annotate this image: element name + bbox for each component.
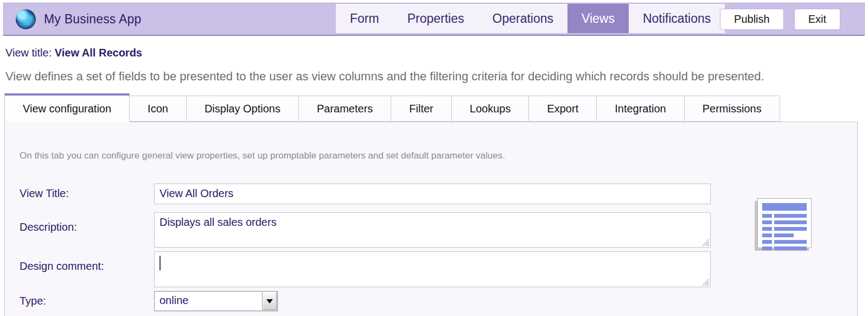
brand: My Business App — [16, 3, 141, 35]
type-field-label: Type: — [20, 295, 46, 307]
tab-filter[interactable]: Filter — [391, 96, 451, 122]
app-window: My Business App Form Properties Operatio… — [0, 0, 868, 316]
nav-item-operations[interactable]: Operations — [478, 4, 568, 33]
view-tabs: View configuration Icon Display Options … — [4, 93, 780, 122]
type-select-value: online — [159, 294, 188, 307]
nav-item-notifications[interactable]: Notifications — [629, 4, 725, 33]
dropdown-arrow-icon[interactable] — [262, 292, 277, 310]
tab-export[interactable]: Export — [528, 96, 597, 122]
header-buttons: Publish Exit — [720, 3, 840, 35]
page-description: View defines a set of fields to be prese… — [5, 69, 764, 84]
type-select[interactable]: online — [154, 291, 278, 311]
nav-item-views[interactable]: Views — [567, 4, 629, 33]
nav-item-form[interactable]: Form — [336, 4, 393, 33]
globe-icon — [16, 9, 36, 29]
description-value: Displays all sales orders — [159, 216, 277, 228]
nav-item-properties[interactable]: Properties — [393, 4, 478, 33]
tab-parameters[interactable]: Parameters — [298, 96, 391, 122]
resize-handle-icon[interactable] — [702, 279, 709, 286]
document-list-icon — [757, 198, 812, 248]
design-comment-field-label: Design comment: — [20, 260, 104, 273]
resize-handle-icon[interactable] — [702, 239, 709, 246]
tab-integration[interactable]: Integration — [596, 96, 685, 122]
view-title-value: View All Records — [55, 47, 142, 59]
text-cursor — [159, 256, 161, 270]
description-textarea[interactable]: Displays all sales orders — [154, 212, 711, 248]
tab-permissions[interactable]: Permissions — [684, 96, 780, 122]
publish-button[interactable]: Publish — [720, 9, 784, 30]
app-header: My Business App Form Properties Operatio… — [3, 3, 865, 36]
view-title-field-label: View Title: — [20, 187, 69, 200]
tab-view-configuration[interactable]: View configuration — [4, 93, 130, 122]
description-field-label: Description: — [20, 221, 77, 233]
app-title: My Business App — [44, 12, 141, 27]
main-nav: Form Properties Operations Views Notific… — [336, 4, 725, 33]
tab-icon[interactable]: Icon — [129, 96, 187, 122]
view-configuration-panel: On this tab you can configure general vi… — [4, 122, 858, 316]
view-title-line: View title: View All Records — [5, 47, 142, 59]
design-comment-textarea[interactable] — [154, 251, 711, 287]
view-title-input[interactable]: View All Orders — [154, 184, 711, 204]
tab-display-options[interactable]: Display Options — [186, 96, 299, 122]
exit-button[interactable]: Exit — [794, 9, 840, 30]
view-title-label: View title: — [5, 47, 52, 59]
panel-help-text: On this tab you can configure general vi… — [20, 150, 505, 161]
tab-lookups[interactable]: Lookups — [451, 96, 529, 122]
